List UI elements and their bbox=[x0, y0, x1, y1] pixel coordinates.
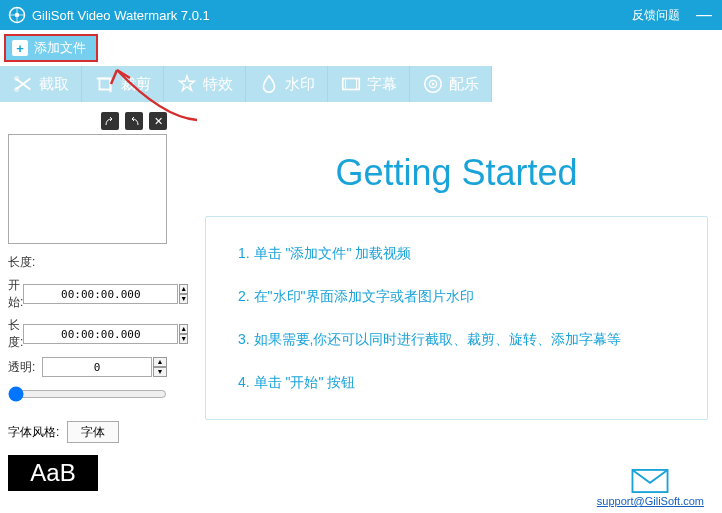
tab-effects[interactable]: 特效 bbox=[164, 66, 246, 102]
audio-icon bbox=[422, 73, 444, 95]
getting-started-box: 1. 单击 "添加文件" 加载视频 2. 在"水印"界面添加文字或者图片水印 3… bbox=[205, 216, 708, 420]
tab-watermark[interactable]: 水印 bbox=[246, 66, 328, 102]
tab-label: 裁剪 bbox=[121, 75, 151, 94]
tab-crop[interactable]: 裁剪 bbox=[82, 66, 164, 102]
tab-label: 截取 bbox=[39, 75, 69, 94]
getting-started-title: Getting Started bbox=[205, 152, 708, 194]
watermark-icon bbox=[258, 73, 280, 95]
opacity-slider[interactable] bbox=[8, 386, 167, 402]
signal-a-icon[interactable] bbox=[101, 112, 119, 130]
signal-b-icon[interactable] bbox=[125, 112, 143, 130]
step-1: 1. 单击 "添加文件" 加载视频 bbox=[238, 243, 675, 264]
cut-icon bbox=[12, 73, 34, 95]
right-panel: Getting Started 1. 单击 "添加文件" 加载视频 2. 在"水… bbox=[175, 102, 722, 513]
step-2: 2. 在"水印"界面添加文字或者图片水印 bbox=[238, 286, 675, 307]
start-label: 开始: bbox=[8, 277, 23, 311]
tab-label: 水印 bbox=[285, 75, 315, 94]
font-button[interactable]: 字体 bbox=[67, 421, 119, 443]
support-block: support@GiliSoft.com bbox=[597, 469, 704, 507]
minimize-button[interactable]: — bbox=[694, 6, 714, 24]
font-style-label: 字体风格: bbox=[8, 424, 59, 441]
font-sample: AaB bbox=[8, 455, 98, 491]
left-panel: ✕ 长度: 开始: ▲▼ 长度: ▲▼ 透明: ▲▼ 字体风格: 字体 AaB bbox=[0, 102, 175, 513]
app-icon bbox=[8, 6, 26, 24]
duration-input[interactable] bbox=[23, 324, 178, 344]
length-label: 长度: bbox=[8, 254, 42, 271]
close-icon[interactable]: ✕ bbox=[149, 112, 167, 130]
add-file-label: 添加文件 bbox=[34, 39, 86, 57]
svg-point-14 bbox=[432, 83, 435, 86]
opacity-input[interactable] bbox=[42, 357, 152, 377]
toolbar: + 添加文件 bbox=[0, 30, 722, 66]
start-input[interactable] bbox=[23, 284, 178, 304]
tab-audio[interactable]: 配乐 bbox=[410, 66, 492, 102]
feedback-link[interactable]: 反馈问题 bbox=[632, 7, 680, 24]
tab-label: 字幕 bbox=[367, 75, 397, 94]
tab-cut[interactable]: 截取 bbox=[0, 66, 82, 102]
tab-subtitle[interactable]: 字幕 bbox=[328, 66, 410, 102]
subtitle-icon bbox=[340, 73, 362, 95]
duration-label: 长度: bbox=[8, 317, 23, 351]
crop-icon bbox=[94, 73, 116, 95]
app-title: GiliSoft Video Watermark 7.0.1 bbox=[32, 8, 210, 23]
svg-rect-6 bbox=[100, 79, 111, 90]
opacity-label: 透明: bbox=[8, 359, 42, 376]
preview-thumbnail bbox=[8, 134, 167, 244]
opacity-spinner[interactable]: ▲▼ bbox=[153, 357, 167, 377]
effects-icon bbox=[176, 73, 198, 95]
step-4: 4. 单击 "开始" 按钮 bbox=[238, 372, 675, 393]
support-email-link[interactable]: support@GiliSoft.com bbox=[597, 495, 704, 507]
add-file-button[interactable]: + 添加文件 bbox=[4, 34, 98, 62]
plus-icon: + bbox=[12, 40, 28, 56]
step-3: 3. 如果需要,你还可以同时进行截取、裁剪、旋转、添加字幕等 bbox=[238, 329, 675, 350]
tab-label: 特效 bbox=[203, 75, 233, 94]
title-bar: GiliSoft Video Watermark 7.0.1 反馈问题 — bbox=[0, 0, 722, 30]
mail-icon bbox=[631, 469, 669, 493]
tab-label: 配乐 bbox=[449, 75, 479, 94]
tab-strip: 截取 裁剪 特效 水印 字幕 配乐 bbox=[0, 66, 722, 102]
